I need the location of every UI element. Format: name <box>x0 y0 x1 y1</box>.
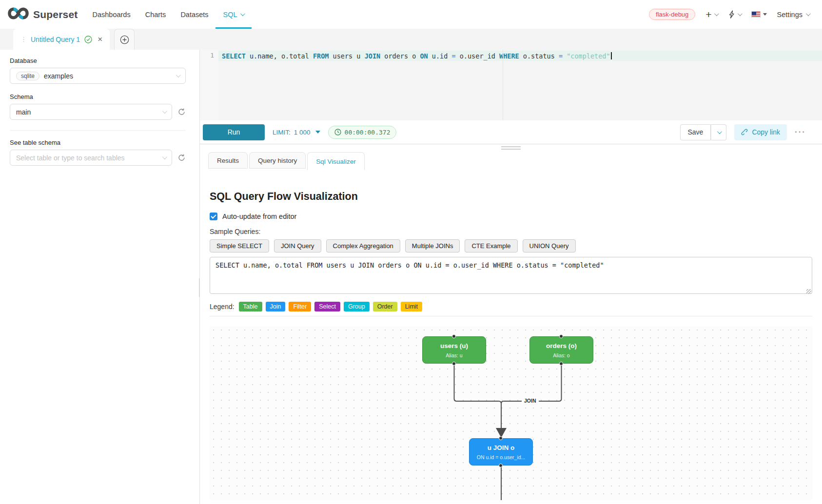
language-picker[interactable] <box>751 11 767 18</box>
save-button[interactable]: Save <box>680 124 711 140</box>
south-pane-resizer[interactable] <box>200 144 822 152</box>
tab-query-history[interactable]: Query history <box>249 152 306 169</box>
line-number: 1 <box>200 52 214 59</box>
legend-badge-join: Join <box>266 302 286 311</box>
sql-editor[interactable]: 1 SELECT u.name, o.total FROM users u JO… <box>200 50 822 120</box>
sidebar-divider <box>10 130 186 131</box>
sql-token: JOIN <box>365 52 381 60</box>
sample-query-button-multiple-joins[interactable]: Multiple JOINs <box>405 239 460 252</box>
chevron-down-icon <box>714 11 719 16</box>
content-divider <box>210 316 812 316</box>
sample-query-button-union-query[interactable]: UNION Query <box>523 239 576 252</box>
sql-token: u.name, o.total <box>246 52 313 60</box>
legend-row: Legend: TableJoinFilterSelectGroupOrderL… <box>210 302 812 311</box>
sql-token <box>563 52 567 60</box>
sql-visualizer-panel: SQL Query Flow Visualization Auto-update… <box>200 191 822 500</box>
superset-logo-icon <box>8 7 29 22</box>
flow-canvas[interactable]: JOIN users (u) Alias: u orders (o) Alias… <box>210 326 812 500</box>
chevron-down-icon <box>738 11 743 16</box>
editor-active-line[interactable]: SELECT u.name, o.total FROM users u JOIN… <box>218 51 822 61</box>
saved-check-icon <box>84 36 92 43</box>
sample-query-button-simple-select[interactable]: Simple SELECT <box>210 239 269 252</box>
flow-node-join[interactable]: u JOIN o ON u.id = o.user_id... <box>469 438 533 465</box>
sql-token: orders o <box>380 52 420 60</box>
query-tab-title: Untitled Query 1 <box>31 36 80 43</box>
sql-token: u.id <box>428 52 452 60</box>
limit-dropdown[interactable]: LIMIT: 1 000 <box>273 129 320 136</box>
tab-results[interactable]: Results <box>208 152 248 169</box>
query-tab-untitled-query-1[interactable]: ⋮ Untitled Query 1 × <box>13 29 110 50</box>
sample-query-buttons: Simple SELECTJOIN QueryComplex Aggregati… <box>210 239 812 252</box>
resize-grip-icon <box>501 146 521 151</box>
sample-query-button-complex-aggregation[interactable]: Complex Aggregation <box>326 239 400 252</box>
flow-node-orders[interactable]: orders (o) Alias: o <box>529 336 593 364</box>
copy-link-button[interactable]: Copy link <box>734 124 787 140</box>
us-flag-icon <box>751 11 761 18</box>
close-tab-icon[interactable]: × <box>98 35 102 43</box>
chevron-down-icon <box>240 11 245 16</box>
table-schema-label: See table schema <box>10 139 186 146</box>
nav-item-sql[interactable]: SQL <box>223 0 244 29</box>
flow-node-users[interactable]: users (u) Alias: u <box>422 336 486 364</box>
lightning-bolt-icon <box>728 10 735 19</box>
editor-toolbar: Run LIMIT: 1 000 00:00:00.372 Save <box>200 120 822 144</box>
legend-label: Legend: <box>210 303 235 310</box>
node-title: orders (o) <box>530 342 593 349</box>
chevron-down-icon <box>806 11 811 16</box>
nav-item-dashboards[interactable]: Dashboards <box>92 0 130 29</box>
node-subtitle: ON u.id = o.user_id... <box>470 454 532 460</box>
limit-value: 1 000 <box>294 129 311 136</box>
sql-token: = <box>559 52 563 60</box>
nav-item-datasets[interactable]: Datasets <box>180 0 208 29</box>
auto-update-checkbox[interactable] <box>210 213 217 220</box>
save-dropdown-button[interactable] <box>711 124 726 140</box>
refresh-tables-icon[interactable] <box>177 154 186 162</box>
sample-queries-label: Sample Queries: <box>210 228 812 235</box>
sample-query-button-cte-example[interactable]: CTE Example <box>465 239 517 252</box>
schema-select[interactable]: main <box>10 104 172 120</box>
circle-plus-icon <box>120 35 129 44</box>
sql-token: "completed" <box>567 52 610 60</box>
tab-sql-visualizer[interactable]: Sql Visualizer <box>307 152 365 170</box>
sqllab-sidebar: Database sqlite examples Schema main See… <box>0 50 200 504</box>
copy-link-label: Copy link <box>752 128 780 136</box>
query-timer: 00:00:00.372 <box>328 126 397 139</box>
nav-item-label: Datasets <box>180 11 208 19</box>
database-label: Database <box>10 57 186 64</box>
query-text-input[interactable]: SELECT u.name, o.total FROM users u JOIN… <box>210 257 812 294</box>
main-menu: DashboardsChartsDatasetsSQL <box>92 0 243 29</box>
chevron-down-icon <box>176 73 181 78</box>
environment-badge: flask-debug <box>649 9 695 20</box>
nav-item-label: SQL <box>223 11 237 19</box>
nav-item-charts[interactable]: Charts <box>145 0 166 29</box>
refresh-schemas-icon[interactable] <box>177 108 186 116</box>
chevron-down-icon <box>162 109 167 114</box>
brand-title: Superset <box>33 9 78 20</box>
timer-value: 00:00:00.372 <box>345 129 391 136</box>
sql-token: ON <box>420 52 428 60</box>
settings-menu[interactable]: Settings <box>777 11 809 19</box>
table-select[interactable]: Select table or type to search tables <box>10 150 172 166</box>
legend-badge-order: Order <box>373 302 397 311</box>
join-edge-label: JOIN <box>522 397 539 404</box>
new-item-button[interactable]: + <box>705 9 717 19</box>
sample-query-button-join-query[interactable]: JOIN Query <box>274 239 321 252</box>
query-tab-strip: ⋮ Untitled Query 1 × <box>0 29 822 50</box>
sql-token: o.user_id <box>456 52 499 60</box>
add-query-tab-button[interactable] <box>114 29 135 50</box>
drag-handle-icon[interactable]: ⋮ <box>20 36 26 43</box>
settings-label: Settings <box>777 11 802 19</box>
more-actions-icon[interactable]: ··· <box>795 127 806 137</box>
editor-code-area[interactable]: SELECT u.name, o.total FROM users u JOIN… <box>218 50 822 120</box>
flow-edges <box>210 326 803 500</box>
caret-down-icon <box>763 13 767 16</box>
top-navigation: Superset DashboardsChartsDatasetsSQL fla… <box>0 0 822 29</box>
run-query-button[interactable]: Run <box>203 124 265 140</box>
database-select[interactable]: sqlite examples <box>10 68 186 84</box>
textarea-resize-icon[interactable] <box>806 289 811 294</box>
legend-badge-select: Select <box>314 302 340 311</box>
limit-label: LIMIT: <box>273 129 291 136</box>
sql-token: o.status <box>519 52 559 60</box>
link-icon <box>741 129 748 136</box>
query-search-button[interactable] <box>728 10 741 19</box>
